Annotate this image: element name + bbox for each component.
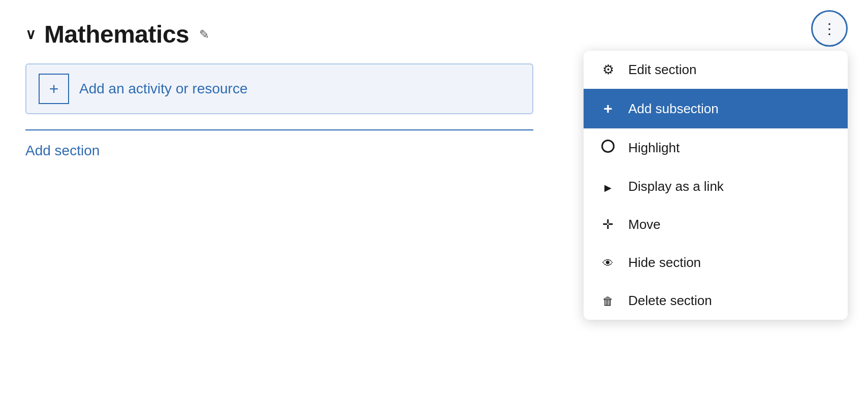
highlight-label: Highlight: [628, 140, 680, 156]
menu-item-display-as-link[interactable]: Display as a link: [584, 168, 848, 206]
menu-item-edit-section[interactable]: Edit section: [584, 51, 848, 89]
add-section-link[interactable]: Add section: [25, 143, 100, 158]
add-subsection-label: Add subsection: [628, 101, 719, 117]
add-activity-plus-icon: +: [39, 74, 69, 104]
trash-icon: [600, 293, 616, 309]
edit-section-label: Edit section: [628, 62, 696, 78]
section-divider: [25, 129, 533, 130]
section-title: Mathematics: [44, 20, 189, 48]
chevron-icon[interactable]: ∨: [25, 26, 36, 43]
move-icon: [600, 217, 616, 232]
eye-icon: [600, 255, 616, 271]
menu-item-delete-section[interactable]: Delete section: [584, 282, 848, 320]
add-activity-label: Add an activity or resource: [79, 81, 248, 97]
dropdown-menu: Edit section Add subsection Highlight Di…: [584, 51, 848, 320]
display-as-link-label: Display as a link: [628, 179, 724, 194]
hide-section-label: Hide section: [628, 255, 701, 271]
circle-icon: [600, 140, 616, 156]
delete-section-label: Delete section: [628, 293, 712, 309]
add-activity-box[interactable]: + Add an activity or resource: [25, 63, 533, 114]
three-dots-button[interactable]: ⋮: [811, 10, 848, 47]
menu-item-move[interactable]: Move: [584, 206, 848, 244]
main-content: ∨ Mathematics ✎ ⋮ + Add an activity or r…: [0, 0, 868, 179]
edit-pencil-icon[interactable]: ✎: [199, 27, 209, 42]
triangle-icon: [600, 179, 616, 194]
move-label: Move: [628, 217, 661, 232]
gear-icon: [600, 62, 616, 78]
menu-item-highlight[interactable]: Highlight: [584, 128, 848, 168]
section-header: ∨ Mathematics ✎: [25, 20, 843, 48]
plus-circle-icon: [600, 100, 616, 117]
menu-item-hide-section[interactable]: Hide section: [584, 244, 848, 282]
menu-item-add-subsection[interactable]: Add subsection: [584, 89, 848, 128]
